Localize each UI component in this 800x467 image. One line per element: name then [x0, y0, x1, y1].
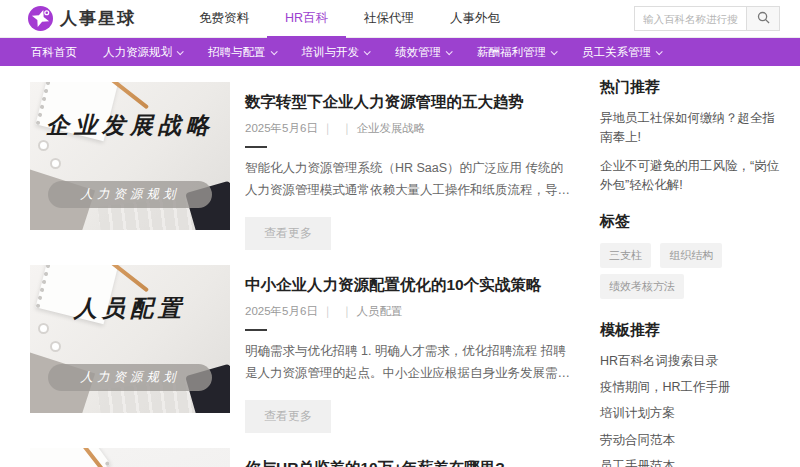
thumbnail-badge: 人力资源规划	[48, 364, 212, 391]
sidebar: 热门推荐 异地员工社保如何缴纳？超全指南奉上! 企业不可避免的用工风险，“岗位外…	[600, 78, 785, 467]
search-button[interactable]	[746, 6, 780, 31]
article-card: 人员配置 人力资源规划 中小企业人力资源配置优化的10个实战策略 2025年5月…	[30, 265, 575, 433]
hot-section: 热门推荐 异地员工社保如何缴纳？超全指南奉上! 企业不可避免的用工风险，“岗位外…	[600, 78, 785, 196]
article-excerpt: 明确需求与优化招聘 1. 明确人才需求，优化招聘流程 招聘是人力资源管理的起点。…	[245, 341, 575, 385]
article-list: 企业发展战略 人力资源规划 数字转型下企业人力资源管理的五大趋势 2025年5月…	[30, 82, 575, 467]
cat-recruiting[interactable]: 招聘与配置	[195, 45, 289, 60]
tags-title: 标签	[600, 212, 785, 231]
chevron-down-icon	[364, 48, 371, 55]
chevron-down-icon	[177, 48, 184, 55]
search-input[interactable]	[634, 6, 746, 31]
article-title[interactable]: 你与HR总监差的10万+年薪差在哪里?	[245, 458, 575, 467]
template-link[interactable]: 劳动合同范本	[600, 431, 785, 450]
thumbnail-badge: 人力资源规划	[48, 181, 212, 208]
search-icon	[757, 11, 770, 27]
logo[interactable]: 人事星球	[28, 6, 136, 31]
category-nav: 百科首页 人力资源规划 招聘与配置 培训与开发 绩效管理 薪酬福利管理 员工关系…	[0, 38, 800, 66]
site-header: 人事星球 免费资料 HR百科 社保代理 人事外包	[0, 0, 800, 38]
article-meta: 2025年5月6日｜｜企业发展战略	[245, 121, 575, 136]
read-more-button[interactable]: 查看更多	[245, 217, 331, 250]
article-thumbnail[interactable]: HR小助手	[30, 448, 230, 467]
cat-compensation[interactable]: 薪酬福利管理	[464, 45, 569, 60]
article-title[interactable]: 中小企业人力资源配置优化的10个实战策略	[245, 275, 575, 296]
hot-link[interactable]: 异地员工社保如何缴纳？超全指南奉上!	[600, 109, 785, 148]
chevron-down-icon	[551, 48, 558, 55]
nav-free-resources[interactable]: 免费资料	[181, 0, 267, 38]
templates-section: 模板推荐 HR百科名词搜索目录 疫情期间，HR工作手册 培训计划方案 劳动合同范…	[600, 321, 785, 467]
earbud-decor	[50, 158, 61, 169]
tag[interactable]: 绩效考核方法	[600, 274, 684, 299]
tags-section: 标签 三支柱 组织结构 绩效考核方法	[600, 212, 785, 305]
template-link[interactable]: 培训计划方案	[600, 404, 785, 423]
tag[interactable]: 组织结构	[660, 243, 722, 268]
article-thumbnail[interactable]: 人员配置 人力资源规划	[30, 265, 230, 413]
chevron-down-icon	[446, 48, 453, 55]
cat-employee-relations[interactable]: 员工关系管理	[569, 45, 674, 60]
cat-performance[interactable]: 绩效管理	[382, 45, 464, 60]
thumbnail-title: 人员配置	[30, 293, 230, 324]
nav-hr-outsourcing[interactable]: 人事外包	[432, 0, 518, 38]
cat-wiki-home[interactable]: 百科首页	[18, 45, 90, 60]
template-link[interactable]: 员工手册范本	[600, 457, 785, 467]
earbud-decor	[38, 140, 49, 151]
read-more-button[interactable]: 查看更多	[245, 400, 331, 433]
search-box	[634, 6, 780, 31]
article-title[interactable]: 数字转型下企业人力资源管理的五大趋势	[245, 92, 575, 113]
article-excerpt: 智能化人力资源管理系统（HR SaaS）的广泛应用 传统的人力资源管理模式通常依…	[245, 158, 575, 202]
logo-star-icon	[28, 6, 53, 31]
article-category[interactable]: 人员配置	[356, 305, 402, 317]
tag[interactable]: 三支柱	[600, 243, 651, 268]
top-nav: 免费资料 HR百科 社保代理 人事外包	[181, 0, 518, 38]
nav-social-insurance[interactable]: 社保代理	[346, 0, 432, 38]
divider	[245, 146, 267, 148]
article-card: 企业发展战略 人力资源规划 数字转型下企业人力资源管理的五大趋势 2025年5月…	[30, 82, 575, 250]
chevron-down-icon	[270, 48, 277, 55]
cat-training[interactable]: 培训与开发	[289, 45, 383, 60]
template-link[interactable]: HR百科名词搜索目录	[600, 352, 785, 371]
nav-hr-wiki[interactable]: HR百科	[267, 0, 346, 38]
cat-hr-planning[interactable]: 人力资源规划	[90, 45, 195, 60]
logo-text: 人事星球	[60, 7, 136, 30]
article-date: 2025年5月6日	[245, 122, 318, 134]
earbud-decor	[38, 323, 49, 334]
article-category[interactable]: 企业发展战略	[356, 122, 425, 134]
chevron-down-icon	[656, 48, 663, 55]
thumbnail-title: 企业发展战略	[30, 110, 230, 141]
hot-link[interactable]: 企业不可避免的用工风险，“岗位外包”轻松化解!	[600, 157, 785, 196]
divider	[245, 329, 267, 331]
hot-title: 热门推荐	[600, 78, 785, 97]
article-thumbnail[interactable]: 企业发展战略 人力资源规划	[30, 82, 230, 230]
earbud-decor	[50, 341, 61, 352]
article-meta: 2025年5月6日｜｜人员配置	[245, 304, 575, 319]
article-card: HR小助手 你与HR总监差的10万+年薪差在哪里? 2021年7月28日｜小星星…	[30, 448, 575, 467]
article-date: 2025年5月6日	[245, 305, 318, 317]
template-link[interactable]: 疫情期间，HR工作手册	[600, 378, 785, 397]
templates-title: 模板推荐	[600, 321, 785, 340]
main-content: 企业发展战略 人力资源规划 数字转型下企业人力资源管理的五大趋势 2025年5月…	[0, 66, 800, 467]
